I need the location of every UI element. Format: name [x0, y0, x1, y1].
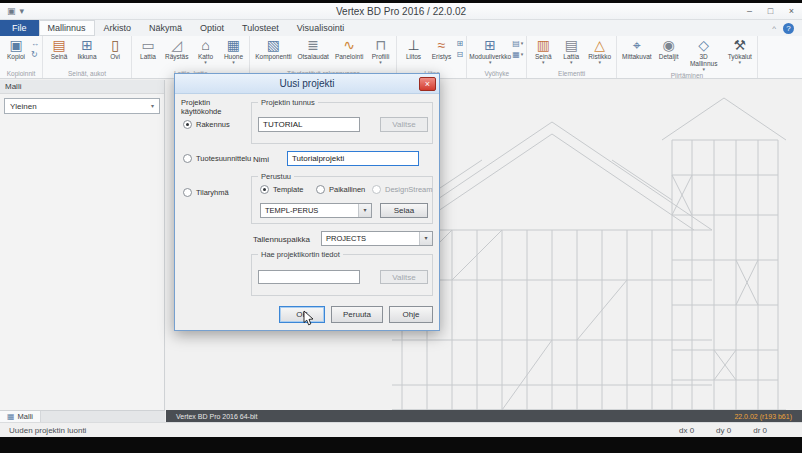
project-id-field[interactable]: TUTORIAL [258, 117, 360, 132]
room-button[interactable]: ▦ Huone ▾ [220, 37, 246, 65]
joint-option-icon[interactable]: ⊟ [456, 50, 463, 59]
panel-tab-strip: ▦ Malli [0, 410, 165, 422]
dialog-titlebar[interactable]: Uusi projekti × [175, 74, 439, 94]
element-wall-button[interactable]: ▥ Seinä ▾ [530, 37, 556, 65]
usage-group-label: Projektin käyttökohde [181, 98, 247, 116]
help-icon[interactable]: ? [783, 23, 794, 34]
ok-button[interactable]: OK [279, 306, 325, 323]
tab-mallinnus[interactable]: Mallinnus [39, 20, 95, 36]
tab-optiot[interactable]: Optiot [191, 20, 233, 36]
ribbon-group-piirtaminen: ⌖ Mittakuvat ◉ Detaljit ◇ 3D Mallinnus ▾… [617, 36, 758, 78]
door-button[interactable]: ▯ Ovi [102, 37, 128, 60]
joint-icon: ⊥ [407, 38, 419, 53]
tools-icon: ⚒ [733, 38, 746, 53]
titlebar: ▣ ▾ Vertex BD Pro 2016 / 22.0.02 – □ × [0, 3, 802, 20]
profile-button[interactable]: ⊓ Profiili ▾ [367, 37, 393, 65]
zone-option-icon[interactable]: ▦▾ [512, 50, 523, 59]
3d-modeling-icon: ◇ [698, 38, 709, 53]
tab-nakyma[interactable]: Näkymä [140, 20, 191, 36]
module-grid-button[interactable]: ⊞ Moduuliverkko ▾ [470, 37, 510, 65]
tab-visualisointi[interactable]: Visualisointi [288, 20, 353, 36]
roof-icon: ⌂ [201, 38, 209, 53]
joint-button[interactable]: ⊥ Liitos [400, 37, 426, 60]
dialog-close-button[interactable]: × [419, 77, 436, 91]
app-info-strip: Vertex BD Pro 2016 64-bit 22.0.02 (r193 … [166, 410, 802, 422]
eaves-icon: ◿ [171, 38, 182, 53]
ribbon-group-liitos: ⊥ Liitos ≈ Eristys ⊞ ⊟ Liitos [397, 36, 467, 78]
truss-button[interactable]: △ Ristikko ▾ [586, 37, 613, 65]
close-button[interactable]: × [781, 4, 802, 19]
zone-option-icon[interactable]: ▤▾ [512, 39, 523, 48]
radio-dot [183, 120, 192, 129]
dy-value: dy 0 [716, 426, 731, 435]
group-label: Elementti [530, 70, 613, 78]
name-field[interactable]: Tutorialprojekti [287, 151, 419, 166]
ribbon-tab-row: File Mallinnus Arkisto Näkymä Optiot Tul… [0, 20, 802, 36]
radio-tuotesuunnittelu[interactable]: Tuotesuunnittelu [183, 154, 251, 163]
wall-button[interactable]: ▤ Seinä [46, 37, 72, 60]
joint-option-icon[interactable]: ⊞ [456, 39, 463, 48]
save-icon[interactable]: ▾ [20, 6, 25, 16]
door-icon: ▯ [111, 38, 119, 53]
cancel-button[interactable]: Peruuta [331, 306, 383, 323]
move-icon[interactable]: ↔ [31, 39, 39, 48]
browse-button[interactable]: Selaa [380, 203, 428, 218]
template-select[interactable]: TEMPL-PERUS ▾ [260, 203, 372, 218]
radio-dot [183, 188, 192, 197]
radio-dot [316, 185, 325, 194]
help-button[interactable]: Ohje [389, 306, 433, 323]
dimension-views-button[interactable]: ⌖ Mittakuvat [620, 37, 654, 60]
coordinate-readout: dx 0 dy 0 dr 0 [679, 426, 793, 435]
save-location-select[interactable]: PROJECTS ▾ [321, 231, 433, 246]
model-select[interactable]: Yleinen ▾ [4, 98, 160, 114]
paneling-button[interactable]: ∿ Panelointi [333, 37, 366, 60]
tab-file[interactable]: File [0, 20, 39, 36]
version-text: 22.0.02 (r193 b61) [734, 413, 792, 420]
chevron-down-icon: ▾ [358, 204, 371, 217]
group-label: Vyöhyke [470, 70, 523, 78]
minimize-button[interactable]: – [739, 4, 760, 19]
project-id-select-button[interactable]: Valitse [380, 117, 428, 132]
dx-value: dx 0 [679, 426, 694, 435]
radio-template[interactable]: Template [260, 185, 303, 194]
fascia-button[interactable]: ≣ Otsalaudat [295, 37, 330, 60]
new-project-dialog: Uusi projekti × Projektin käyttökohde Ra… [174, 73, 440, 331]
ribbon-group-seinat-aukot: ▤ Seinä ⊞ Ikkuna ▯ Ovi Seinät, aukot [43, 36, 132, 78]
chevron-down-icon: ▾ [379, 60, 382, 65]
ribbon-collapse-icon[interactable]: ^ [772, 24, 776, 33]
project-card-group: Hae projektikortin tiedot Valitse [251, 254, 433, 296]
floor-button[interactable]: ▭ Lattia [135, 37, 161, 60]
project-card-field[interactable] [258, 270, 360, 284]
details-button[interactable]: ◉ Detaljit [656, 37, 682, 60]
tab-arkisto[interactable]: Arkisto [95, 20, 141, 36]
3d-modeling-button[interactable]: ◇ 3D Mallinnus ▾ [684, 37, 724, 72]
name-label: Nimi [253, 155, 269, 164]
project-card-select-button[interactable]: Valitse [380, 270, 428, 284]
quick-access-toolbar: ▣ ▾ [0, 6, 31, 16]
copy-button[interactable]: ▣ Kopioi [3, 37, 29, 60]
maximize-button[interactable]: □ [760, 4, 781, 19]
element-floor-button[interactable]: ▤ Lattia ▾ [558, 37, 584, 65]
model-tree-area[interactable] [0, 114, 164, 421]
chevron-down-icon: ▾ [739, 60, 742, 65]
details-icon: ◉ [663, 38, 675, 53]
panel-tab-malli[interactable]: ▦ Malli [0, 411, 41, 422]
radio-rakennus[interactable]: Rakennus [183, 120, 230, 129]
model-select-value: Yleinen [10, 102, 37, 111]
ribbon-group-taydentava: ▧ Komponentti ≣ Otsalaudat ∿ Panelointi … [250, 36, 397, 78]
component-button[interactable]: ▧ Komponentti [253, 37, 293, 60]
eaves-button[interactable]: ◿ Räystäs [163, 37, 190, 60]
status-bar: Uuden projektin luonti dx 0 dy 0 dr 0 [0, 422, 802, 437]
element-floor-icon: ▤ [565, 38, 578, 53]
roof-button[interactable]: ⌂ Katto ▾ [192, 37, 218, 65]
tab-tulosteet[interactable]: Tulosteet [233, 20, 288, 36]
rotate-icon[interactable]: ↻ [31, 50, 39, 59]
radio-designstream[interactable]: DesignStream [372, 185, 433, 194]
ribbon-group-lattia-katto: ▭ Lattia ◿ Räystäs ⌂ Katto ▾ ▦ Huone ▾ [132, 36, 250, 78]
radio-tilaryhma[interactable]: Tilaryhmä [183, 188, 229, 197]
insulation-button[interactable]: ≈ Eristys [428, 37, 454, 60]
tools-button[interactable]: ⚒ Työkalut ▾ [726, 37, 754, 65]
dimension-views-icon: ⌖ [633, 38, 641, 53]
window-button[interactable]: ⊞ Ikkuna [74, 37, 100, 60]
radio-paikallinen[interactable]: Paikallinen [316, 185, 365, 194]
